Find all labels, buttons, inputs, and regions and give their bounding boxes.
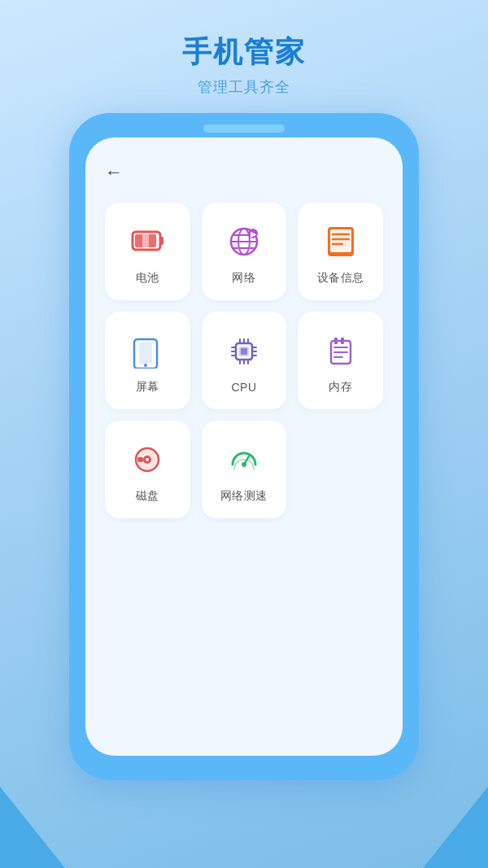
svg-rect-33 xyxy=(241,348,247,355)
grid-item-memory[interactable]: 内存 xyxy=(298,312,383,409)
memory-icon xyxy=(320,329,362,372)
grid-item-label-battery: 电池 xyxy=(136,271,159,286)
deco-left xyxy=(0,787,65,868)
phone-screen: ← 电池 ▶ 网络 设备信息 屏幕 xyxy=(85,137,403,756)
grid-item-disk[interactable]: 磁盘 xyxy=(105,421,190,518)
header-section: 手机管家 管理工具齐全 xyxy=(182,0,306,113)
grid-item-label-memory: 内存 xyxy=(329,380,352,395)
device-icon xyxy=(320,220,362,263)
battery-icon xyxy=(126,220,168,263)
svg-point-46 xyxy=(242,462,246,467)
phone-frame: ← 电池 ▶ 网络 设备信息 屏幕 xyxy=(69,113,419,780)
grid-item-screen[interactable]: 屏幕 xyxy=(105,312,190,409)
phone-notch xyxy=(203,124,285,133)
network-icon: ▶ xyxy=(223,220,265,263)
grid-item-network[interactable]: ▶ 网络 xyxy=(202,203,287,300)
sub-title: 管理工具齐全 xyxy=(182,77,306,97)
grid-item-device[interactable]: 设备信息 xyxy=(298,203,383,300)
grid-item-label-speedtest: 网络测速 xyxy=(220,489,268,504)
back-button[interactable]: ← xyxy=(105,162,123,183)
screen-icon xyxy=(126,329,168,372)
grid-item-label-screen: 屏幕 xyxy=(136,380,159,395)
grid-container: 电池 ▶ 网络 设备信息 屏幕 CPU xyxy=(105,203,383,518)
svg-text:▶: ▶ xyxy=(251,230,257,238)
grid-item-cpu[interactable]: CPU xyxy=(202,312,287,409)
cpu-icon xyxy=(223,330,265,373)
svg-rect-36 xyxy=(341,338,344,344)
svg-rect-1 xyxy=(160,237,163,245)
speedtest-icon xyxy=(223,438,265,481)
svg-rect-44 xyxy=(137,457,143,462)
svg-rect-12 xyxy=(330,229,351,252)
disk-icon xyxy=(126,438,168,481)
svg-point-43 xyxy=(146,458,149,461)
grid-item-label-network: 网络 xyxy=(232,271,255,286)
grid-item-label-device: 设备信息 xyxy=(317,271,364,286)
svg-point-18 xyxy=(144,364,147,367)
grid-item-speedtest[interactable]: 网络测速 xyxy=(202,421,287,518)
svg-rect-17 xyxy=(139,342,152,364)
grid-item-label-disk: 磁盘 xyxy=(136,489,159,504)
svg-rect-3 xyxy=(142,234,149,247)
grid-item-label-cpu: CPU xyxy=(231,381,256,394)
grid-item-battery[interactable]: 电池 xyxy=(105,203,190,300)
deco-right xyxy=(423,787,488,868)
svg-rect-35 xyxy=(334,338,338,344)
main-title: 手机管家 xyxy=(182,33,306,72)
